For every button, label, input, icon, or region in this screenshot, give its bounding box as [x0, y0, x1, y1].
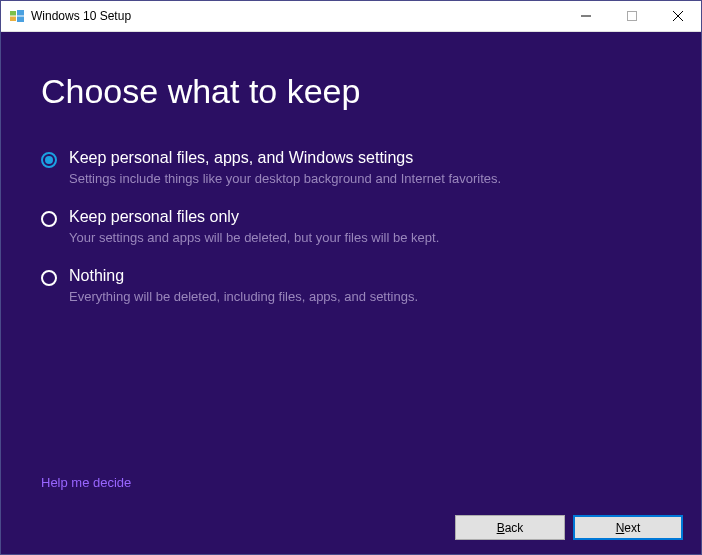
- window-title: Windows 10 Setup: [31, 9, 563, 23]
- svg-rect-0: [10, 11, 16, 16]
- svg-rect-1: [17, 10, 24, 16]
- option-keep-files: Keep personal files only Your settings a…: [41, 208, 701, 245]
- radio-keep-files[interactable]: [41, 211, 57, 227]
- maximize-button: [609, 1, 655, 31]
- back-button[interactable]: Back: [455, 515, 565, 540]
- svg-rect-3: [17, 17, 24, 23]
- svg-rect-5: [628, 12, 637, 21]
- setup-window: Windows 10 Setup Choose what to keep Kee…: [0, 0, 702, 555]
- option-desc: Settings include things like your deskto…: [69, 171, 501, 186]
- option-nothing: Nothing Everything will be deleted, incl…: [41, 267, 701, 304]
- app-icon: [9, 8, 25, 24]
- keep-options: Keep personal files, apps, and Windows s…: [41, 149, 701, 326]
- option-text: Keep personal files, apps, and Windows s…: [69, 149, 501, 186]
- close-button[interactable]: [655, 1, 701, 31]
- radio-nothing[interactable]: [41, 270, 57, 286]
- page-heading: Choose what to keep: [41, 72, 701, 111]
- minimize-button[interactable]: [563, 1, 609, 31]
- titlebar: Windows 10 Setup: [1, 1, 701, 32]
- option-desc: Your settings and apps will be deleted, …: [69, 230, 439, 245]
- footer-buttons: Back Next: [455, 515, 683, 540]
- option-title[interactable]: Keep personal files only: [69, 208, 439, 226]
- option-text: Nothing Everything will be deleted, incl…: [69, 267, 418, 304]
- window-controls: [563, 1, 701, 31]
- option-desc: Everything will be deleted, including fi…: [69, 289, 418, 304]
- option-title[interactable]: Nothing: [69, 267, 418, 285]
- option-text: Keep personal files only Your settings a…: [69, 208, 439, 245]
- content-area: Choose what to keep Keep personal files,…: [1, 32, 701, 554]
- option-keep-all: Keep personal files, apps, and Windows s…: [41, 149, 701, 186]
- help-link[interactable]: Help me decide: [41, 475, 131, 490]
- next-button[interactable]: Next: [573, 515, 683, 540]
- radio-keep-all[interactable]: [41, 152, 57, 168]
- option-title[interactable]: Keep personal files, apps, and Windows s…: [69, 149, 501, 167]
- svg-rect-2: [10, 17, 16, 22]
